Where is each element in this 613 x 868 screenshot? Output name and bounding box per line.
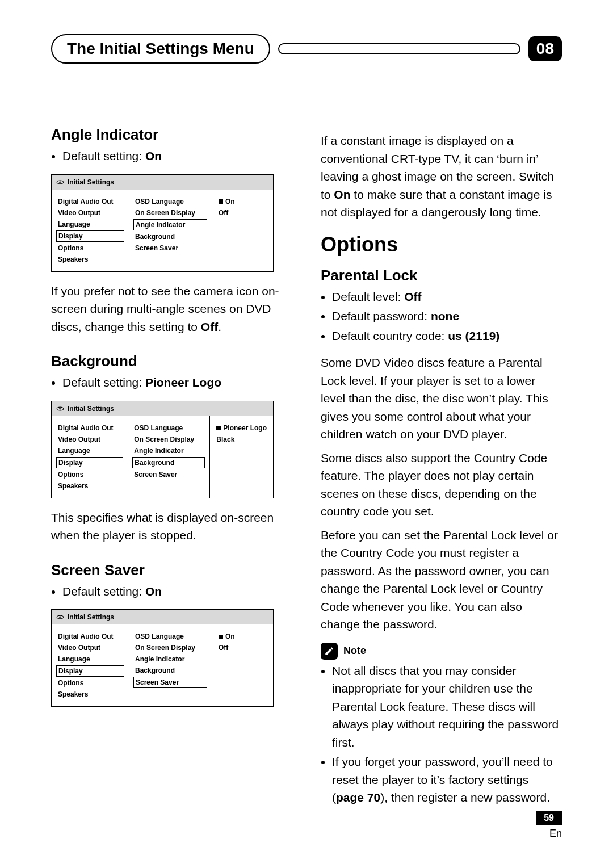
pencil-icon — [321, 643, 338, 660]
screensaver-settings-screenshot: Initial SettingsDigital Audio OutVideo O… — [51, 609, 274, 707]
menu-col: OSD LanguageOn Screen DisplayAngle Indic… — [129, 190, 212, 271]
background-heading: Background — [51, 353, 292, 370]
menu-item: Digital Audio Out — [56, 196, 124, 207]
svg-point-2 — [57, 407, 64, 410]
screensaver-heading: Screen Saver — [51, 561, 292, 579]
menu-item: Speakers — [56, 254, 124, 265]
svg-point-5 — [59, 617, 61, 618]
header-pill-right — [278, 43, 520, 54]
menu-item: Language — [56, 654, 124, 664]
menu-item: Digital Audio Out — [56, 423, 123, 433]
menu-item: Screen Saver — [133, 677, 207, 688]
note-header: Note — [321, 643, 562, 660]
parental-default-list: Default level: Off Default password: non… — [332, 288, 562, 345]
screensaver-default-item: Default setting: On — [62, 582, 292, 601]
chapter-number: 08 — [528, 36, 562, 61]
note-label: Note — [343, 645, 366, 657]
parental-password-item: Default password: none — [332, 307, 562, 325]
svg-point-0 — [57, 181, 64, 184]
menu-item: On Screen Display — [133, 208, 207, 218]
menu-item: Screen Saver — [132, 469, 205, 480]
angle-settings-screenshot: Initial SettingsDigital Audio OutVideo O… — [51, 174, 274, 272]
note-item-1: Not all discs that you may consider inap… — [332, 662, 562, 752]
language-code: En — [536, 828, 562, 840]
menu-col: OSD LanguageOn Screen DisplayAngle Indic… — [129, 624, 212, 706]
default-prefix: Default setting: — [62, 376, 145, 389]
page-footer: 59 En — [536, 811, 562, 840]
parental-p2: Some discs also support the Country Code… — [321, 449, 562, 521]
screenshot-titlebar: Initial Settings — [52, 610, 273, 624]
screenshot-title: Initial Settings — [68, 178, 114, 186]
menu-item: Speakers — [56, 689, 124, 699]
menu-item: Off — [217, 208, 268, 218]
menu-item: Display — [56, 230, 124, 242]
disc-icon — [56, 405, 64, 413]
default-value: On — [145, 149, 162, 162]
menu-item: Angle Indicator — [132, 446, 205, 456]
svg-point-3 — [59, 408, 61, 409]
menu-item: Background — [133, 232, 207, 242]
menu-item: Options — [56, 243, 124, 253]
background-default-item: Default setting: Pioneer Logo — [62, 374, 292, 392]
page-header: The Initial Settings Menu 08 — [51, 34, 562, 64]
screenshot-title: Initial Settings — [68, 405, 114, 413]
default-value: On — [145, 585, 162, 598]
angle-default-item: Default setting: On — [62, 147, 292, 165]
parental-country-item: Default country code: us (2119) — [332, 327, 562, 345]
crt-paragraph: If a constant image is displayed on a co… — [321, 132, 562, 221]
parental-heading: Parental Lock — [321, 267, 562, 284]
menu-col: Digital Audio OutVideo OutputLanguageDis… — [52, 190, 129, 271]
menu-col: OnOff — [212, 190, 273, 271]
note-list: Not all discs that you may consider inap… — [332, 662, 562, 807]
angle-default-list: Default setting: On — [62, 147, 292, 165]
screenshot-titlebar: Initial Settings — [52, 175, 273, 190]
menu-item: OSD Language — [133, 196, 207, 207]
parental-p3: Before you can set the Parental Lock lev… — [321, 526, 562, 634]
background-default-list: Default setting: Pioneer Logo — [62, 374, 292, 392]
disc-icon — [56, 613, 64, 621]
menu-item: OSD Language — [132, 423, 205, 433]
selected-marker-icon — [219, 635, 223, 639]
menu-item: Pioneer Logo — [215, 423, 268, 433]
menu-item: Language — [56, 219, 124, 229]
disc-icon — [56, 178, 64, 186]
page-title: The Initial Settings Menu — [67, 40, 254, 58]
svg-point-1 — [59, 182, 61, 183]
menu-item: On — [217, 631, 268, 641]
background-paragraph: This specifies what is displayed on-scre… — [51, 509, 292, 544]
page-number: 59 — [536, 811, 562, 825]
screensaver-default-list: Default setting: On — [62, 582, 292, 601]
menu-item: Screen Saver — [133, 243, 207, 253]
menu-item: OSD Language — [133, 631, 207, 641]
menu-item: Digital Audio Out — [56, 631, 124, 641]
parental-level-item: Default level: Off — [332, 288, 562, 306]
menu-item: Angle Indicator — [133, 654, 207, 664]
selected-marker-icon — [216, 426, 221, 430]
menu-item: Off — [217, 643, 268, 653]
menu-item: Angle Indicator — [133, 219, 207, 230]
header-pill-left: The Initial Settings Menu — [51, 34, 270, 64]
default-prefix: Default setting: — [62, 149, 145, 162]
parental-p1: Some DVD Video discs feature a Parental … — [321, 354, 562, 443]
right-column: If a constant image is displayed on a co… — [321, 126, 562, 816]
menu-col: Digital Audio OutVideo OutputLanguageDis… — [52, 624, 129, 706]
menu-item: Display — [56, 665, 124, 677]
menu-item: Language — [56, 446, 123, 456]
angle-heading: Angle Indicator — [51, 126, 292, 144]
menu-item: Background — [133, 665, 207, 676]
left-column: Angle Indicator Default setting: On Init… — [51, 126, 292, 816]
screenshot-titlebar: Initial Settings — [52, 401, 273, 416]
menu-item: Black — [215, 434, 268, 445]
menu-item: Background — [132, 457, 205, 468]
menu-item: Options — [56, 678, 124, 688]
default-value: Pioneer Logo — [145, 376, 221, 389]
menu-item: On — [217, 196, 268, 207]
default-prefix: Default setting: — [62, 585, 145, 598]
menu-item: Video Output — [56, 208, 124, 218]
svg-point-4 — [57, 615, 64, 619]
menu-col: Pioneer LogoBlack — [209, 416, 273, 498]
menu-item: On Screen Display — [132, 434, 205, 445]
selected-marker-icon — [219, 199, 223, 204]
menu-col: Digital Audio OutVideo OutputLanguageDis… — [52, 416, 128, 498]
screenshot-title: Initial Settings — [68, 613, 114, 621]
